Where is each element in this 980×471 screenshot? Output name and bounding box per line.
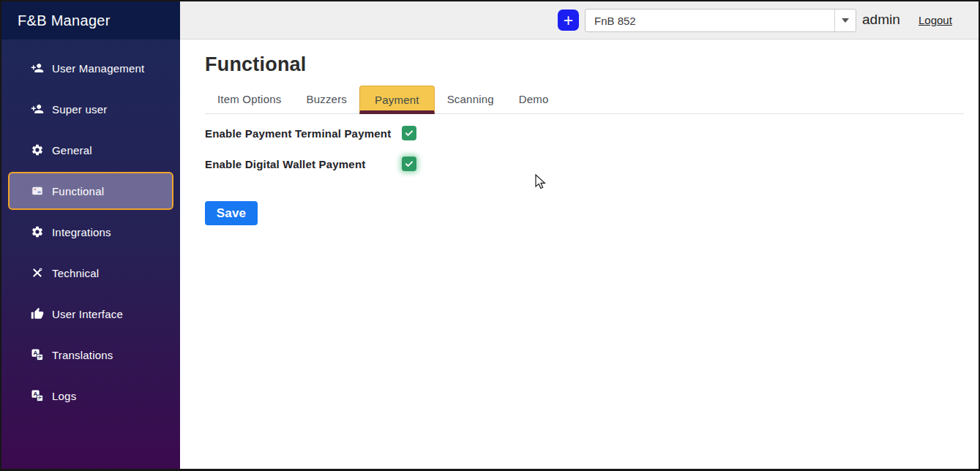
tab-item-options[interactable]: Item Options bbox=[205, 86, 293, 113]
page-title: Functional bbox=[205, 53, 979, 76]
tab-buzzers[interactable]: Buzzers bbox=[293, 86, 359, 113]
sidebar-item-label: Integrations bbox=[52, 226, 111, 238]
sidebar-item-label: Logs bbox=[52, 390, 76, 402]
tab-scanning[interactable]: Scanning bbox=[435, 86, 506, 113]
tab-demo[interactable]: Demo bbox=[506, 86, 561, 113]
sidebar-item-technical[interactable]: Technical bbox=[1, 252, 180, 293]
username-label: admin bbox=[862, 12, 900, 28]
tab-payment[interactable]: Payment bbox=[359, 86, 435, 114]
sidebar-item-label: Functional bbox=[52, 185, 104, 197]
sidebar-item-label: Technical bbox=[52, 267, 99, 279]
sidebar-nav: User Management Super user General Funct… bbox=[1, 39, 180, 416]
sidebar-item-translations[interactable]: A Translations bbox=[1, 334, 180, 375]
setting-row-digital-wallet: Enable Digital Wallet Payment bbox=[205, 157, 979, 172]
venue-select[interactable]: FnB 852 bbox=[585, 9, 856, 32]
person-add-icon bbox=[31, 61, 44, 75]
sidebar-item-super-user[interactable]: Super user bbox=[1, 88, 180, 129]
logout-link[interactable]: Logout bbox=[919, 14, 952, 26]
app-window: F&B Manager User Management Super user G… bbox=[0, 0, 980, 471]
sidebar-item-user-interface[interactable]: User Interface bbox=[1, 293, 180, 334]
setting-label: Enable Digital Wallet Payment bbox=[205, 158, 365, 170]
sidebar-item-label: Super user bbox=[52, 103, 107, 116]
sidebar-item-integrations[interactable]: Integrations bbox=[1, 211, 180, 252]
sidebar-item-label: General bbox=[52, 144, 92, 157]
tab-bar: Item Options Buzzers Payment Scanning De… bbox=[205, 86, 964, 114]
digital-wallet-checkbox[interactable] bbox=[402, 157, 416, 171]
save-button[interactable]: Save bbox=[205, 201, 258, 225]
chevron-down-icon bbox=[842, 18, 849, 23]
app-title: F&B Manager bbox=[1, 1, 180, 39]
sidebar-item-label: User Management bbox=[52, 62, 144, 75]
thumb-up-icon bbox=[31, 307, 44, 320]
sidebar-item-logs[interactable]: A Logs bbox=[1, 375, 180, 416]
sidebar-item-functional[interactable]: Functional bbox=[8, 172, 173, 210]
settings-panel: Enable Payment Terminal Payment Enable D… bbox=[205, 126, 979, 172]
main-content: Functional Item Options Buzzers Payment … bbox=[180, 40, 979, 469]
sidebar: F&B Manager User Management Super user G… bbox=[1, 1, 180, 469]
translate-icon: A bbox=[31, 348, 44, 361]
setting-label: Enable Payment Terminal Payment bbox=[205, 127, 391, 140]
add-button[interactable]: + bbox=[558, 10, 579, 31]
venue-select-value: FnB 852 bbox=[586, 15, 636, 27]
translate-icon: A bbox=[31, 389, 44, 402]
card-icon bbox=[31, 184, 44, 197]
setting-row-terminal-payment: Enable Payment Terminal Payment bbox=[205, 126, 979, 141]
sidebar-item-general[interactable]: General bbox=[1, 129, 180, 170]
topbar: + FnB 852 admin Logout bbox=[180, 1, 979, 39]
person-add-icon bbox=[31, 102, 44, 116]
select-dropdown-button[interactable] bbox=[834, 10, 856, 31]
gear-icon bbox=[31, 143, 44, 157]
sidebar-item-label: Translations bbox=[52, 349, 113, 361]
sidebar-item-label: User Interface bbox=[52, 308, 123, 320]
tools-icon bbox=[31, 266, 44, 279]
gear-icon bbox=[31, 225, 44, 238]
terminal-payment-checkbox[interactable] bbox=[402, 126, 416, 140]
sidebar-item-user-management[interactable]: User Management bbox=[1, 48, 180, 88]
